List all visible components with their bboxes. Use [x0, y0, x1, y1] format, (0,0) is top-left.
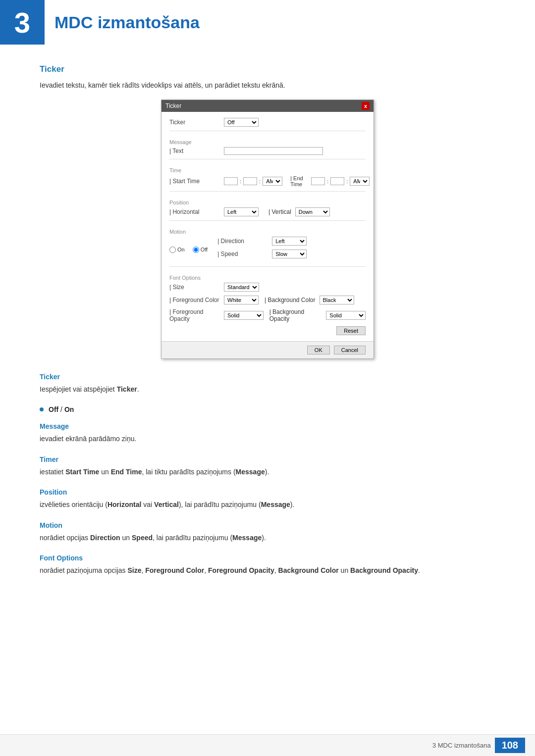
vertical-label: | Vertical — [268, 208, 291, 215]
time-sep2: : — [259, 178, 261, 184]
footer-page-badge: 108 — [495, 738, 525, 753]
text-label: | Text — [169, 148, 224, 154]
motion-off-label: Off — [201, 247, 208, 252]
fg-opacity-row: | Foreground Opacity Solid Transparent |… — [169, 308, 366, 322]
reset-row: Reset — [169, 326, 366, 335]
sub-section-timer: Timer iestatiet Start Time un End Time, … — [40, 455, 495, 477]
bg-color-select[interactable]: Black White Red — [320, 296, 354, 304]
speed-label: | Speed — [217, 251, 272, 257]
bg-opacity-select[interactable]: Solid Transparent — [326, 311, 366, 320]
start-time-label: | Start Time — [169, 178, 224, 185]
size-select[interactable]: Standard Large Small — [224, 283, 259, 292]
speed-select[interactable]: Slow Normal Fast — [272, 250, 307, 258]
fg-color-row: | Foreground Color White Black Red | Bac… — [169, 296, 366, 304]
sub-text-motion: norādiet opcijas Direction un Speed, lai… — [40, 532, 495, 543]
time-row: | Start Time 12 : 00 : AM PM | End Time … — [169, 175, 366, 187]
dialog-title: Ticker — [165, 102, 181, 109]
start-time-inputs: 12 : 00 : AM PM | End Time 12 : 00 — [224, 175, 370, 187]
fg-color-select[interactable]: White Black Red — [224, 296, 259, 304]
fg-opacity-label: | Foreground Opacity — [169, 308, 224, 322]
sub-text-font-options: norādiet paziņojuma opcijas Size, Foregr… — [40, 565, 495, 576]
font-options-group-label: Font Options — [169, 275, 366, 281]
position-row: | Horizontal Left Right Center | Vertica… — [169, 207, 366, 216]
page-footer: 3 MDC izmantošana 108 — [0, 734, 535, 756]
time-group-label: Time — [169, 167, 366, 173]
sub-text-ticker: Iespējojiet vai atspējojiet Ticker. — [40, 384, 495, 395]
footer-text: 3 MDC izmantošana — [432, 742, 491, 749]
direction-row: | Direction Left Right — [217, 237, 307, 246]
main-content: Ticker Ievadiet tekstu, kamēr tiek rādīt… — [0, 45, 535, 616]
chapter-number: 3 — [14, 6, 30, 39]
sub-title-message: Message — [40, 422, 495, 430]
font-options-section: Font Options | Size Standard Large Small… — [169, 266, 366, 335]
motion-on-radio[interactable] — [169, 247, 176, 253]
motion-group-label: Motion — [169, 229, 366, 235]
direction-speed-group: | Direction Left Right | Speed Slow — [217, 237, 307, 262]
sub-section-ticker: Ticker Iespējojiet vai atspējojiet Ticke… — [40, 373, 495, 395]
horizontal-select[interactable]: Left Right Center — [224, 207, 259, 216]
end-ampm-select[interactable]: AM PM — [350, 177, 370, 186]
reset-button[interactable]: Reset — [336, 326, 366, 335]
motion-off-radio[interactable] — [193, 247, 199, 253]
motion-on-item: On — [169, 247, 185, 253]
bullet-off-on: Off / On — [40, 405, 495, 413]
end-time-label: | End Time — [290, 175, 305, 187]
text-row: | Text — [169, 147, 366, 155]
sub-section-motion: Motion norādiet opcijas Direction un Spe… — [40, 521, 495, 543]
motion-row: On Off | Direction Left — [169, 237, 366, 262]
motion-section: Motion On Off — [169, 220, 366, 262]
fg-color-label: | Foreground Color — [169, 297, 224, 303]
dialog-body: Ticker Off On Message | Text Ti — [161, 112, 374, 341]
start-min-input[interactable]: 00 — [243, 177, 257, 185]
ticker-select[interactable]: Off On — [224, 118, 259, 127]
end-sep1: : — [327, 178, 328, 184]
size-label: | Size — [169, 284, 224, 291]
sub-text-timer: iestatiet Start Time un End Time, lai ti… — [40, 466, 495, 477]
sub-text-message: ievadiet ekrānā parādāmo ziņu. — [40, 433, 495, 444]
motion-off-item: Off — [193, 247, 208, 253]
horizontal-label: | Horizontal — [169, 208, 224, 215]
cancel-button[interactable]: Cancel — [334, 346, 366, 354]
sub-title-timer: Timer — [40, 455, 495, 463]
bg-color-label: | Background Color — [265, 297, 316, 303]
page-title: MDC izmantošana — [54, 13, 200, 32]
position-section: Position | Horizontal Left Right Center … — [169, 191, 366, 216]
ok-button[interactable]: OK — [307, 346, 330, 354]
end-sep2: : — [346, 178, 348, 184]
sub-section-message: Message ievadiet ekrānā parādāmo ziņu. — [40, 422, 495, 444]
sub-title-ticker: Ticker — [40, 373, 495, 381]
ticker-field-label: Ticker — [169, 119, 224, 126]
time-section: Time | Start Time 12 : 00 : AM PM — [169, 159, 366, 187]
message-section: Message | Text — [169, 131, 366, 155]
fg-opacity-select[interactable]: Solid Transparent — [224, 311, 264, 320]
ticker-row: Ticker Off On — [169, 118, 366, 127]
end-hour-input[interactable]: 12 — [311, 177, 325, 185]
dialog-container: Ticker x Ticker Off On Message — [40, 100, 495, 359]
position-group-label: Position — [169, 200, 366, 205]
end-min-input[interactable]: 00 — [330, 177, 344, 185]
dialog-close-button[interactable]: x — [362, 102, 370, 110]
ticker-dialog: Ticker x Ticker Off On Message — [161, 100, 374, 359]
message-group-label: Message — [169, 139, 366, 145]
bg-opacity-label: | Background Opacity — [269, 308, 322, 322]
section-title: Ticker — [40, 64, 495, 74]
bullet-dot — [40, 407, 44, 411]
start-ampm-select[interactable]: AM PM — [263, 177, 282, 186]
dialog-footer: OK Cancel — [161, 341, 374, 358]
direction-label: | Direction — [217, 238, 272, 245]
sub-text-position: izvēlieties orientāciju (Horizontal vai … — [40, 499, 495, 510]
sub-title-motion: Motion — [40, 521, 495, 529]
vertical-select[interactable]: Down Up — [295, 207, 330, 216]
header-title-box: MDC izmantošana — [45, 0, 535, 45]
bullet-off-on-text: Off / On — [49, 405, 74, 413]
sub-title-font-options: Font Options — [40, 554, 495, 562]
time-sep1: : — [240, 178, 241, 184]
dialog-titlebar: Ticker x — [161, 100, 374, 112]
size-row: | Size Standard Large Small — [169, 283, 366, 292]
text-input[interactable] — [224, 147, 323, 155]
start-hour-input[interactable]: 12 — [224, 177, 238, 185]
direction-select[interactable]: Left Right — [272, 237, 307, 246]
motion-on-label: On — [177, 247, 185, 252]
sub-section-font-options: Font Options norādiet paziņojuma opcijas… — [40, 554, 495, 576]
sub-title-position: Position — [40, 488, 495, 496]
